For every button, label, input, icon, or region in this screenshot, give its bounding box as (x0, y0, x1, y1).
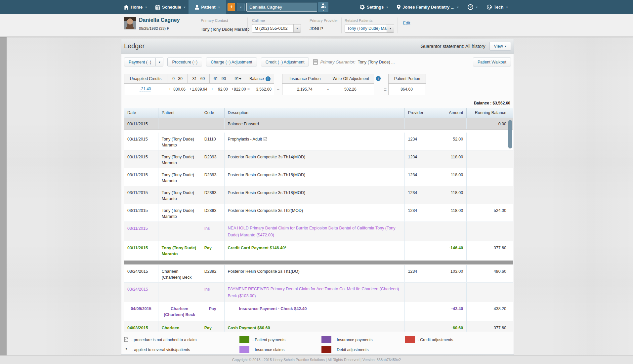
cell-desc: PAYMENT RECEIVED Primary Dental Claim fo… (225, 283, 405, 302)
column-patient: Patient (158, 108, 201, 118)
search-type-dropdown[interactable]: ▾ (237, 3, 245, 11)
table-row[interactable]: 03/11/2015Tony (Tony Dude) MarantoD1110P… (124, 133, 513, 150)
cell-date: 03/24/2015 (124, 265, 158, 282)
cell-amount: 52.00 (438, 133, 467, 150)
aging-header-unapplied: Unapplied Credits (124, 74, 167, 83)
nav-tech-label: Tech (494, 5, 503, 10)
table-row[interactable]: 03/24/2015InsPAYMENT RECEIVED Primary De… (124, 283, 513, 302)
cell-code: D2393 (201, 150, 225, 168)
cell-rb: 0.00 (467, 118, 513, 129)
table-row[interactable]: 03/24/2015Charleen (Charleen) BeckD2392P… (124, 265, 513, 283)
cell-desc: Prophylaxis - Adult (225, 133, 405, 150)
related-patients-select[interactable]: Tony (Tony Dude) Mar... ▾ (345, 24, 394, 33)
ledger-legend: - procedure is not attached to a claim *… (124, 336, 514, 356)
patient-search-input[interactable] (246, 3, 317, 12)
nav-location[interactable]: Jones Family Dentistry ... ▾ (394, 0, 461, 14)
cell-amount: 118.00 (438, 204, 467, 222)
call-me-select[interactable]: M (202) 555-0102 ▾ (252, 24, 301, 33)
table-row[interactable]: 03/11/2015Tony (Tony Dude) MarantoD2393P… (124, 168, 513, 186)
ledger-table-header: Date Patient Code Description Provider A… (124, 108, 513, 118)
aging-header-91plus: 91+ (230, 74, 246, 83)
aging-value-0-30: +830.06 (167, 87, 188, 92)
table-row[interactable]: 03/11/2015Tony (Tony Dude) MarantoD2393P… (124, 204, 513, 222)
unapplied-credits-link[interactable]: -21.40 (140, 87, 151, 92)
cell-desc: Posterior Resin Composite 3s Th2(MOD) (225, 204, 405, 222)
column-running-balance: Running Balance (467, 108, 513, 118)
table-row[interactable]: 03/11/2015InsNEA HOLD Primary Dental Cla… (124, 222, 513, 241)
procedure-button[interactable]: Procedure (+) (167, 58, 202, 66)
view-button[interactable]: View▾ (489, 42, 511, 51)
table-row[interactable]: 04/03/2015CharleenPayCash Payment $60.60… (124, 321, 513, 332)
legend-swatch-patient-payments (239, 336, 249, 343)
nav-settings-label: Settings (367, 5, 384, 10)
location-pin-icon (397, 5, 401, 10)
vertical-scrollbar[interactable] (508, 120, 512, 148)
patient-walkout-button[interactable]: Patient Walkout (473, 58, 511, 66)
ledger-panel: Ledger Guarantor statement: All history … (121, 39, 514, 355)
recent-patients-button[interactable]: ▾ (318, 2, 328, 12)
payment-button[interactable]: Payment (−) (124, 58, 156, 66)
edit-patient-link[interactable]: Edit (403, 20, 410, 25)
cell-code: D2393 (201, 168, 225, 186)
add-patient-button[interactable]: + (228, 3, 235, 11)
top-nav-bar: Home ▾ Schedule ▾ Patient ▾ + ▾ ▾ Settin… (0, 0, 633, 14)
cell-date: 03/11/2015 (124, 133, 158, 150)
info-icon[interactable]: i (376, 76, 381, 81)
nav-settings[interactable]: Settings ▾ (357, 0, 391, 14)
payment-dropdown-button[interactable]: ▾ (155, 58, 163, 66)
writeoff-label: Write-Off Adjustment (328, 74, 374, 83)
primary-provider-label: Primary Provider (310, 19, 338, 22)
help-icon: ? (468, 4, 473, 10)
table-row[interactable]: 03/11/2015Tony (Tony Dude) MarantoPayCre… (124, 241, 513, 260)
cell-date: 03/11/2015 (124, 150, 158, 168)
table-row[interactable]: 03/11/2015Tony (Tony Dude) MarantoD2393P… (124, 186, 513, 204)
insurance-portion-label: Insurance Portion (282, 74, 328, 83)
chevron-down-icon: ▾ (506, 5, 508, 9)
cell-date: 03/11/2015 (124, 186, 158, 204)
patient-details: 05/25/1982 (33) F (139, 26, 169, 30)
table-row[interactable]: 03/11/2015Tony (Tony Dude) MarantoD2393P… (124, 150, 513, 168)
nav-help[interactable]: ? ▾ (465, 0, 480, 14)
chevron-down-icon: ▾ (218, 5, 220, 9)
cell-provider (405, 241, 439, 260)
cell-amount: -146.40 (438, 241, 467, 260)
divider (341, 18, 342, 33)
cell-code: D2393 (201, 204, 225, 222)
cell-rb (467, 222, 513, 241)
nav-tech[interactable]: Tech ▾ (484, 0, 510, 14)
divider (398, 18, 398, 33)
collapse-panel-handle[interactable] (0, 14, 7, 355)
primary-guarantor-value: Tony (Tony Dude) ... (358, 60, 395, 64)
legend-swatch-credit-adjustments (405, 336, 415, 343)
chevron-down-icon: ▾ (476, 5, 478, 9)
table-row[interactable]: 04/09/2015Charleen (Charleen) BeckPayIns… (124, 302, 513, 321)
patient-photo[interactable] (124, 17, 136, 29)
chevron-down-icon: ▾ (457, 5, 459, 9)
cell-code: D2392 (201, 265, 225, 282)
cell-rb (467, 168, 513, 186)
cell-code (201, 118, 225, 129)
table-row[interactable]: 03/11/2015Balance Forward0.00 (124, 118, 513, 130)
credit-adjustment-button[interactable]: Credit (−) Adjustment (261, 58, 309, 66)
cell-date: 04/09/2015 (124, 302, 158, 321)
cell-patient: Tony (Tony Dude) Maranto (158, 150, 201, 168)
equals-operator: = (384, 84, 387, 95)
charge-adjustment-button[interactable]: Charge (+) Adjustment (206, 58, 257, 66)
legend-label: - Insurance claims (252, 347, 284, 352)
legend-swatch-insurance-payments (321, 336, 331, 343)
cell-provider: 1234 (405, 168, 439, 186)
aging-header-61-90: 61 - 90 (210, 74, 230, 83)
cell-amount: 118.00 (438, 168, 467, 186)
related-patients-value: Tony (Tony Dude) Mar... (345, 26, 387, 31)
aging-header-0-30: 0 - 30 (167, 74, 188, 83)
cell-code: Pay (201, 321, 225, 332)
legend-label: - Credit adjustments (418, 338, 453, 342)
info-icon[interactable]: i (266, 76, 271, 81)
nav-schedule[interactable]: Schedule ▾ (153, 0, 188, 14)
cell-patient: Charleen (158, 321, 201, 332)
balance-total: Balance : $3,562.60 (121, 101, 510, 105)
nav-home[interactable]: Home ▾ (121, 0, 149, 14)
nav-patient[interactable]: Patient ▾ (189, 0, 226, 14)
home-icon (124, 5, 129, 10)
chevron-down-icon: ▾ (184, 5, 186, 9)
